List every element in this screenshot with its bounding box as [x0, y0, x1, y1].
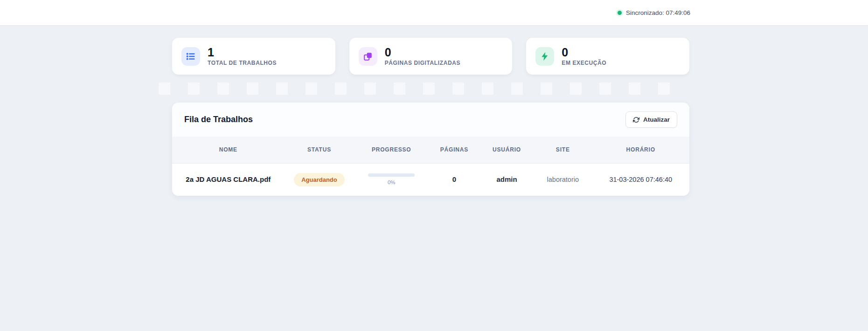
stat-card-running: 0 EM EXECUÇÃO — [526, 38, 689, 75]
stats-row: 1 TOTAL DE TRABALHOS 0 PÁGINAS DIGITALIZ… — [172, 38, 689, 75]
column-header-pages: PÁGINAS — [429, 137, 480, 163]
column-header-site: SITE — [534, 137, 592, 163]
job-user: admin — [496, 175, 517, 183]
lightning-bolt-icon — [535, 47, 554, 66]
column-header-user: USUÁRIO — [480, 137, 534, 163]
stat-value: 1 — [208, 46, 277, 58]
top-bar: Sincronizado: 07:49:06 — [0, 0, 868, 26]
progress-bar-track — [368, 173, 415, 177]
stat-value: 0 — [562, 46, 606, 58]
list-icon — [181, 47, 200, 66]
progress-percent-label: 0% — [368, 179, 415, 185]
job-queue-table: NOME STATUS PROGRESSO PÁGINAS USUÁRIO SI… — [172, 137, 689, 196]
queue-card-header: Fila de Trabalhos Atualizar — [172, 103, 689, 137]
stat-text: 1 TOTAL DE TRABALHOS — [208, 46, 277, 66]
stat-card-pages-scanned: 0 PÁGINAS DIGITALIZADAS — [349, 38, 513, 75]
sync-status-dot-icon — [618, 11, 622, 15]
column-header-time: HORÁRIO — [592, 137, 689, 163]
stat-value: 0 — [385, 46, 460, 58]
status-badge: Aguardando — [294, 173, 345, 186]
refresh-button-label: Atualizar — [643, 116, 670, 123]
stat-label: TOTAL DE TRABALHOS — [208, 60, 277, 66]
table-header-row: NOME STATUS PROGRESSO PÁGINAS USUÁRIO SI… — [172, 137, 689, 163]
pages-icon — [359, 47, 377, 66]
faded-placeholder-row — [159, 83, 686, 95]
queue-title: Fila de Trabalhos — [184, 115, 253, 124]
job-pages: 0 — [452, 175, 456, 183]
sync-status: Sincronizado: 07:49:06 — [618, 0, 690, 26]
sync-status-label: Sincronizado: 07:49:06 — [626, 9, 690, 16]
column-header-status: STATUS — [285, 137, 354, 163]
job-queue-card: Fila de Trabalhos Atualizar NOME STATUS … — [172, 103, 689, 196]
stat-text: 0 EM EXECUÇÃO — [562, 46, 606, 66]
progress-indicator: 0% — [368, 173, 415, 185]
job-site: laboratorio — [547, 176, 579, 183]
refresh-button[interactable]: Atualizar — [625, 111, 677, 128]
stat-text: 0 PÁGINAS DIGITALIZADAS — [385, 46, 460, 66]
column-header-progress: PROGRESSO — [354, 137, 429, 163]
stat-card-total-jobs: 1 TOTAL DE TRABALHOS — [172, 38, 335, 75]
stat-label: PÁGINAS DIGITALIZADAS — [385, 60, 460, 66]
job-name: 2a JD AGUAS CLARA.pdf — [186, 175, 271, 183]
table-row: 2a JD AGUAS CLARA.pdf Aguardando 0% 0 ad… — [172, 163, 689, 196]
stat-label: EM EXECUÇÃO — [562, 60, 606, 66]
column-header-name: NOME — [172, 137, 285, 163]
job-timestamp: 31-03-2026 07:46:40 — [609, 176, 672, 183]
refresh-icon — [633, 117, 639, 123]
